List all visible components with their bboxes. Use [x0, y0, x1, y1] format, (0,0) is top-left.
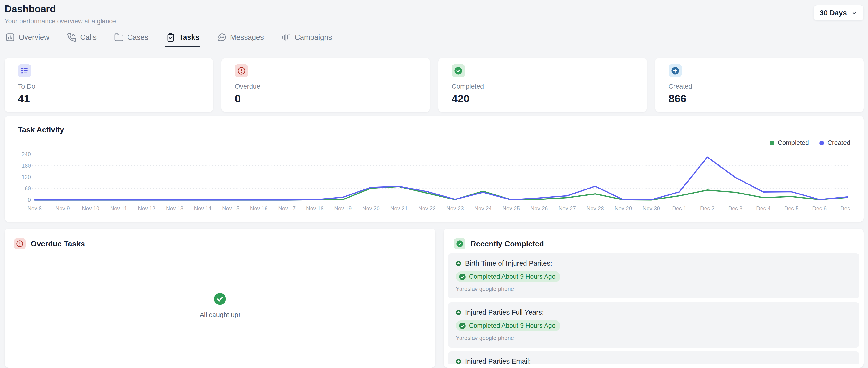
svg-text:120: 120 — [22, 174, 31, 180]
completed-task-list[interactable]: Birth Time of Injured Parites: Completed… — [448, 253, 860, 364]
svg-text:Nov 27: Nov 27 — [558, 205, 576, 212]
date-range-selector[interactable]: 30 Days — [813, 5, 864, 21]
panel-title: Overdue Tasks — [31, 239, 85, 248]
svg-text:Nov 16: Nov 16 — [250, 205, 268, 212]
tab-label: Calls — [80, 33, 96, 42]
svg-text:Nov 29: Nov 29 — [615, 205, 632, 212]
status-badge: Completed About 9 Hours Ago — [456, 271, 560, 282]
tab-overview[interactable]: Overview — [4, 33, 50, 47]
overdue-empty-state: All caught up! — [14, 249, 426, 362]
task-activity-card: Task Activity Completed Created 06012018… — [4, 116, 864, 222]
legend-item-completed: Completed — [770, 139, 809, 147]
check-circle-icon — [454, 238, 465, 249]
svg-text:Nov 9: Nov 9 — [56, 205, 70, 212]
plus-circle-icon — [669, 64, 682, 77]
empty-state-message: All caught up! — [200, 311, 240, 319]
svg-text:180: 180 — [22, 163, 31, 169]
svg-text:Nov 12: Nov 12 — [138, 205, 155, 212]
task-title: Injured Parties Email: — [465, 358, 531, 364]
svg-text:Dec 7: Dec 7 — [840, 205, 850, 212]
tab-messages[interactable]: Messages — [216, 33, 265, 47]
svg-text:Nov 19: Nov 19 — [334, 205, 351, 212]
tab-label: Campaigns — [294, 33, 332, 42]
stat-card-overdue: Overdue 0 — [221, 58, 430, 112]
status-badge: Completed About 9 Hours Ago — [456, 320, 560, 331]
topbar: Dashboard Your performance overview at a… — [4, 3, 864, 25]
task-title-row: Injured Parties Full Years: — [456, 308, 851, 316]
status-ring-icon — [456, 261, 461, 266]
task-activity-line-chart: 060120180240Nov 8Nov 9Nov 10Nov 11Nov 12… — [18, 149, 850, 213]
svg-text:Nov 13: Nov 13 — [166, 205, 184, 212]
svg-text:Dec 4: Dec 4 — [756, 205, 771, 212]
folder-icon — [114, 33, 124, 42]
completed-panel-header: Recently Completed — [454, 238, 854, 249]
svg-text:Nov 22: Nov 22 — [418, 205, 436, 212]
svg-text:Nov 25: Nov 25 — [502, 205, 520, 212]
bar-chart-icon — [5, 33, 15, 42]
stat-value: 41 — [18, 93, 200, 105]
svg-text:Nov 14: Nov 14 — [194, 205, 211, 212]
svg-text:Dec 5: Dec 5 — [784, 205, 799, 212]
page-subtitle: Your performance overview at a glance — [4, 18, 116, 25]
task-source: Yaroslav google phone — [456, 286, 851, 292]
svg-text:Nov 11: Nov 11 — [110, 205, 127, 212]
tab-label: Cases — [127, 33, 148, 42]
stat-card-created: Created 866 — [655, 58, 864, 112]
header-text: Dashboard Your performance overview at a… — [4, 3, 116, 25]
page-title: Dashboard — [4, 3, 116, 15]
overdue-tasks-panel: Overdue Tasks All caught up! — [4, 229, 435, 368]
tab-calls[interactable]: Calls — [66, 33, 97, 47]
date-range-value: 30 Days — [820, 9, 847, 17]
status-ring-icon — [456, 310, 461, 315]
phone-icon — [67, 33, 76, 42]
check-circle-icon — [459, 322, 466, 329]
overdue-panel-header: Overdue Tasks — [14, 238, 426, 249]
chart-title: Task Activity — [18, 126, 850, 134]
stat-value: 866 — [669, 93, 850, 105]
waveform-icon — [281, 33, 291, 42]
svg-text:Nov 17: Nov 17 — [278, 205, 296, 212]
alert-circle-icon — [14, 238, 26, 249]
svg-text:Nov 26: Nov 26 — [530, 205, 548, 212]
tab-cases[interactable]: Cases — [113, 33, 149, 47]
alert-circle-icon — [235, 64, 248, 77]
stat-value: 420 — [452, 93, 633, 105]
task-item: Injured Parties Email: Completed About 9… — [448, 352, 860, 364]
legend-label: Completed — [778, 139, 809, 147]
stat-card-completed: Completed 420 — [438, 58, 647, 112]
checklist-icon — [18, 64, 31, 77]
stat-card-todo: To Do 41 — [4, 58, 213, 112]
task-title-row: Birth Time of Injured Parites: — [456, 260, 851, 267]
svg-text:60: 60 — [25, 186, 31, 192]
svg-text:Nov 15: Nov 15 — [222, 205, 240, 212]
svg-text:Nov 24: Nov 24 — [474, 205, 492, 212]
clipboard-check-icon — [166, 33, 176, 42]
task-title: Birth Time of Injured Parites: — [465, 260, 553, 267]
status-text: Completed About 9 Hours Ago — [469, 322, 556, 329]
recently-completed-panel: Recently Completed Birth Time of Injured… — [443, 229, 864, 368]
message-circle-icon — [217, 33, 227, 42]
svg-text:Dec 3: Dec 3 — [728, 205, 742, 212]
stats-row: To Do 41 Overdue 0 Completed 420 — [4, 58, 864, 112]
check-circle-icon — [459, 273, 466, 280]
tab-label: Messages — [230, 33, 264, 42]
stat-value: 0 — [235, 93, 416, 105]
stat-label: Created — [669, 82, 850, 90]
svg-text:Nov 10: Nov 10 — [82, 205, 99, 212]
check-circle-icon — [214, 293, 226, 305]
svg-text:Nov 28: Nov 28 — [587, 205, 604, 212]
tab-campaigns[interactable]: Campaigns — [280, 33, 333, 47]
tab-tasks[interactable]: Tasks — [165, 33, 200, 47]
task-source: Yaroslav google phone — [456, 335, 851, 341]
tab-label: Tasks — [179, 33, 199, 42]
status-text: Completed About 9 Hours Ago — [469, 273, 556, 280]
stat-label: Overdue — [235, 82, 416, 90]
legend-dot-completed — [770, 141, 774, 145]
chevron-down-icon — [851, 10, 857, 16]
panel-title: Recently Completed — [471, 239, 544, 248]
svg-text:Dec 6: Dec 6 — [812, 205, 827, 212]
status-ring-icon — [456, 359, 461, 364]
legend-label: Created — [828, 139, 850, 147]
bottom-row: Overdue Tasks All caught up! Recently Co… — [4, 229, 864, 368]
stat-label: To Do — [18, 82, 200, 90]
